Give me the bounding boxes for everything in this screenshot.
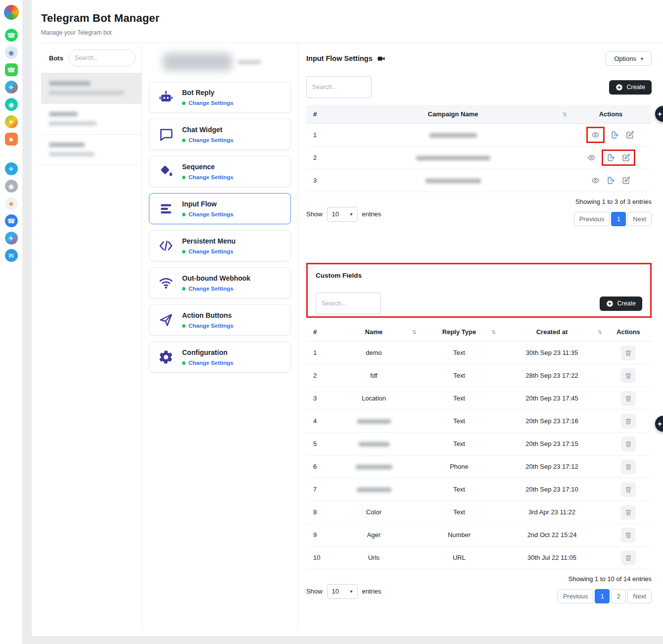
row-actions (605, 482, 652, 497)
redacted-field-name (359, 442, 389, 446)
robot-gray-icon[interactable]: ◉ (5, 180, 18, 193)
change-settings-link[interactable]: Change Settings (189, 248, 234, 254)
options-button[interactable]: Options ▾ (606, 51, 652, 66)
whatsapp-icon[interactable]: ☎ (5, 29, 18, 42)
options-label: Options (614, 55, 636, 62)
row-actions (570, 149, 652, 166)
row-number: 6 (306, 463, 328, 470)
page-1-button[interactable]: 1 (611, 212, 626, 226)
edit-button[interactable] (625, 130, 635, 140)
view-button[interactable] (586, 152, 597, 163)
delete-button[interactable] (621, 459, 636, 474)
page-subtitle: Manage your Telegram bot (41, 29, 663, 36)
settings-card-sequence[interactable]: SequenceChange Settings (149, 156, 291, 187)
caret-down-icon: ▾ (350, 211, 353, 217)
row-actions (570, 175, 652, 186)
status-dot-icon (182, 101, 186, 105)
telegram-colored-2-icon[interactable]: ✈ (5, 232, 18, 245)
fields-search-input[interactable] (316, 293, 381, 314)
app-logo-icon[interactable] (4, 5, 19, 20)
row-number: 5 (306, 440, 328, 447)
previous-page-button[interactable]: Previous (574, 212, 610, 226)
redacted-bot-label (238, 60, 261, 64)
multicolor-app-icon[interactable]: ✦ (5, 115, 18, 128)
page-1-button[interactable]: 1 (595, 589, 610, 603)
settings-card-configuration[interactable]: ConfigurationChange Settings (149, 342, 291, 373)
page-size-select[interactable]: 10 ▾ (327, 207, 358, 222)
bots-search-input[interactable] (68, 50, 136, 66)
chat-bot-blue-icon[interactable]: ◉ (5, 46, 18, 59)
field-created-at: 28th Sep 23 17:22 (499, 372, 605, 379)
column-header-created-at[interactable]: Created at ⇅ (499, 328, 605, 336)
page-size-select[interactable]: 10 ▾ (327, 584, 358, 599)
column-header-campaign-name[interactable]: Campaign Name ⇅ (336, 110, 570, 118)
change-settings-link[interactable]: Change Settings (189, 286, 234, 292)
caret-down-icon: ▾ (641, 56, 643, 61)
change-settings-link[interactable]: Change Settings (189, 360, 234, 366)
redacted-campaign-name (336, 177, 570, 184)
telegram-icon[interactable]: ✈ (5, 162, 18, 175)
create-field-button[interactable]: Create (600, 297, 642, 311)
next-page-button[interactable]: Next (627, 212, 652, 226)
settings-card-action-buttons[interactable]: Action ButtonsChange Settings (149, 304, 291, 336)
page-2-button[interactable]: 2 (611, 589, 626, 603)
delete-button[interactable] (621, 528, 636, 543)
view-button[interactable] (590, 175, 601, 186)
change-settings-link[interactable]: Change Settings (189, 211, 234, 217)
row-actions (605, 368, 652, 383)
campaign-row: 1 (306, 124, 652, 147)
whatsapp-business-icon[interactable]: ☎ (5, 63, 18, 76)
delete-button[interactable] (621, 550, 636, 565)
delete-button[interactable] (621, 414, 636, 429)
settings-card-chat-widget[interactable]: Chat WidgetChange Settings (149, 119, 291, 150)
create-campaign-button[interactable]: Create (609, 80, 652, 95)
bot-list-item[interactable] (41, 104, 142, 135)
change-settings-link[interactable]: Change Settings (189, 100, 234, 106)
delete-button[interactable] (621, 346, 636, 360)
field-reply-type: Phone (420, 463, 499, 470)
change-settings-link[interactable]: Change Settings (189, 323, 234, 329)
column-header-name[interactable]: Name ⇅ (328, 328, 420, 336)
settings-card-bot-reply[interactable]: Bot ReplyChange Settings (149, 82, 291, 113)
call-icon[interactable]: ☎ (5, 214, 18, 227)
sort-icon[interactable]: ⇅ (491, 329, 496, 335)
chat-icon (156, 127, 175, 142)
sort-icon[interactable]: ⇅ (412, 329, 417, 335)
edit-button[interactable] (621, 175, 631, 186)
field-reply-type: Text (420, 395, 499, 402)
settings-card-out-bound-webhook[interactable]: Out-bound WebhookChange Settings (149, 267, 291, 298)
campaign-search-input[interactable] (306, 76, 372, 98)
video-icon[interactable] (377, 54, 385, 63)
previous-page-button[interactable]: Previous (558, 589, 594, 603)
view-button[interactable] (590, 130, 601, 140)
chat-blue-icon[interactable]: ✉ (5, 249, 18, 262)
bot-list-item[interactable] (41, 73, 142, 104)
field-reply-type: Text (420, 486, 499, 493)
settings-card-persistent-menu[interactable]: Persistent MenuChange Settings (149, 230, 291, 261)
redacted-bot-username (49, 121, 96, 126)
delete-button[interactable] (621, 391, 636, 406)
export-button[interactable] (610, 130, 620, 140)
card-title: Input Flow (182, 200, 234, 208)
export-button[interactable] (606, 152, 616, 163)
sort-icon[interactable]: ⇅ (598, 329, 602, 335)
telegram-colored-icon[interactable]: ✈ (5, 81, 18, 94)
row-actions (570, 127, 652, 143)
delete-button[interactable] (621, 482, 636, 497)
custom-field-row: 1demoText30th Sep 23 11:35 (306, 342, 652, 364)
teal-bot-icon[interactable]: ◉ (5, 98, 18, 111)
change-settings-link[interactable]: Change Settings (189, 137, 234, 143)
delete-button[interactable] (621, 368, 636, 383)
shopping-bag-icon[interactable]: ■ (5, 133, 18, 146)
column-header-reply-type[interactable]: Reply Type ⇅ (420, 328, 499, 336)
export-button[interactable] (606, 175, 616, 186)
change-settings-link[interactable]: Change Settings (189, 174, 234, 180)
delete-button[interactable] (621, 505, 636, 520)
bot-list-item[interactable] (41, 135, 142, 165)
settings-card-input-flow[interactable]: Input FlowChange Settings (149, 193, 291, 224)
next-page-button[interactable]: Next (627, 589, 652, 603)
delete-button[interactable] (621, 437, 636, 451)
sort-icon[interactable]: ⇅ (563, 111, 567, 117)
contacts-icon[interactable]: ☻ (5, 197, 18, 210)
edit-button[interactable] (621, 152, 631, 163)
